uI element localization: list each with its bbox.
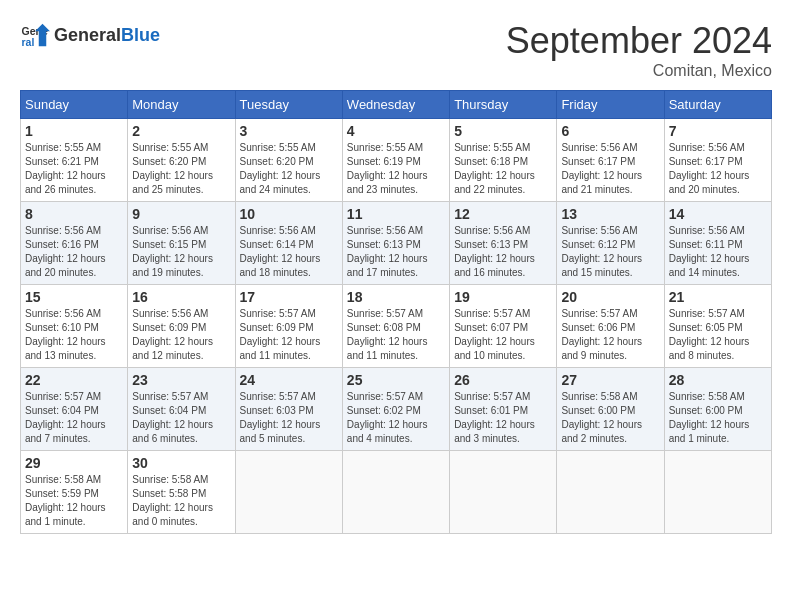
table-row: 26Sunrise: 5:57 AMSunset: 6:01 PMDayligh… — [450, 368, 557, 451]
header-saturday: Saturday — [664, 91, 771, 119]
day-info: Sunrise: 5:55 AMSunset: 6:19 PMDaylight:… — [347, 142, 428, 195]
table-row: 27Sunrise: 5:58 AMSunset: 6:00 PMDayligh… — [557, 368, 664, 451]
header-friday: Friday — [557, 91, 664, 119]
day-info: Sunrise: 5:57 AMSunset: 6:09 PMDaylight:… — [240, 308, 321, 361]
logo: Gene ral General Blue — [20, 20, 160, 50]
day-number: 30 — [132, 455, 230, 471]
day-info: Sunrise: 5:57 AMSunset: 6:03 PMDaylight:… — [240, 391, 321, 444]
day-info: Sunrise: 5:56 AMSunset: 6:14 PMDaylight:… — [240, 225, 321, 278]
page-header: Gene ral General Blue September 2024 Com… — [20, 20, 772, 80]
day-number: 22 — [25, 372, 123, 388]
day-number: 21 — [669, 289, 767, 305]
day-number: 16 — [132, 289, 230, 305]
header-sunday: Sunday — [21, 91, 128, 119]
day-info: Sunrise: 5:56 AMSunset: 6:09 PMDaylight:… — [132, 308, 213, 361]
day-number: 12 — [454, 206, 552, 222]
day-info: Sunrise: 5:55 AMSunset: 6:20 PMDaylight:… — [240, 142, 321, 195]
day-number: 19 — [454, 289, 552, 305]
table-row: 10Sunrise: 5:56 AMSunset: 6:14 PMDayligh… — [235, 202, 342, 285]
day-info: Sunrise: 5:57 AMSunset: 6:05 PMDaylight:… — [669, 308, 750, 361]
day-info: Sunrise: 5:57 AMSunset: 6:04 PMDaylight:… — [132, 391, 213, 444]
calendar-week-row: 15Sunrise: 5:56 AMSunset: 6:10 PMDayligh… — [21, 285, 772, 368]
calendar-week-row: 1Sunrise: 5:55 AMSunset: 6:21 PMDaylight… — [21, 119, 772, 202]
day-info: Sunrise: 5:56 AMSunset: 6:15 PMDaylight:… — [132, 225, 213, 278]
day-number: 8 — [25, 206, 123, 222]
day-info: Sunrise: 5:56 AMSunset: 6:12 PMDaylight:… — [561, 225, 642, 278]
table-row: 9Sunrise: 5:56 AMSunset: 6:15 PMDaylight… — [128, 202, 235, 285]
table-row: 28Sunrise: 5:58 AMSunset: 6:00 PMDayligh… — [664, 368, 771, 451]
calendar-week-row: 29Sunrise: 5:58 AMSunset: 5:59 PMDayligh… — [21, 451, 772, 534]
day-number: 18 — [347, 289, 445, 305]
day-info: Sunrise: 5:55 AMSunset: 6:20 PMDaylight:… — [132, 142, 213, 195]
logo-text: General Blue — [54, 25, 160, 46]
day-number: 24 — [240, 372, 338, 388]
table-row: 3Sunrise: 5:55 AMSunset: 6:20 PMDaylight… — [235, 119, 342, 202]
table-row: 29Sunrise: 5:58 AMSunset: 5:59 PMDayligh… — [21, 451, 128, 534]
table-row: 25Sunrise: 5:57 AMSunset: 6:02 PMDayligh… — [342, 368, 449, 451]
day-number: 28 — [669, 372, 767, 388]
day-number: 10 — [240, 206, 338, 222]
table-row: 22Sunrise: 5:57 AMSunset: 6:04 PMDayligh… — [21, 368, 128, 451]
table-row: 23Sunrise: 5:57 AMSunset: 6:04 PMDayligh… — [128, 368, 235, 451]
day-info: Sunrise: 5:57 AMSunset: 6:06 PMDaylight:… — [561, 308, 642, 361]
day-info: Sunrise: 5:58 AMSunset: 6:00 PMDaylight:… — [669, 391, 750, 444]
day-number: 13 — [561, 206, 659, 222]
day-number: 9 — [132, 206, 230, 222]
day-info: Sunrise: 5:57 AMSunset: 6:02 PMDaylight:… — [347, 391, 428, 444]
table-row: 1Sunrise: 5:55 AMSunset: 6:21 PMDaylight… — [21, 119, 128, 202]
header-wednesday: Wednesday — [342, 91, 449, 119]
table-row: 21Sunrise: 5:57 AMSunset: 6:05 PMDayligh… — [664, 285, 771, 368]
day-info: Sunrise: 5:57 AMSunset: 6:04 PMDaylight:… — [25, 391, 106, 444]
day-info: Sunrise: 5:57 AMSunset: 6:01 PMDaylight:… — [454, 391, 535, 444]
day-number: 2 — [132, 123, 230, 139]
svg-text:ral: ral — [22, 36, 35, 48]
location: Comitan, Mexico — [506, 62, 772, 80]
day-number: 20 — [561, 289, 659, 305]
day-number: 5 — [454, 123, 552, 139]
table-row: 16Sunrise: 5:56 AMSunset: 6:09 PMDayligh… — [128, 285, 235, 368]
table-row: 4Sunrise: 5:55 AMSunset: 6:19 PMDaylight… — [342, 119, 449, 202]
table-row — [557, 451, 664, 534]
table-row: 5Sunrise: 5:55 AMSunset: 6:18 PMDaylight… — [450, 119, 557, 202]
table-row — [235, 451, 342, 534]
day-number: 11 — [347, 206, 445, 222]
table-row — [450, 451, 557, 534]
header-monday: Monday — [128, 91, 235, 119]
day-number: 15 — [25, 289, 123, 305]
logo-general: General — [54, 25, 121, 46]
day-number: 4 — [347, 123, 445, 139]
table-row: 8Sunrise: 5:56 AMSunset: 6:16 PMDaylight… — [21, 202, 128, 285]
table-row: 13Sunrise: 5:56 AMSunset: 6:12 PMDayligh… — [557, 202, 664, 285]
table-row: 2Sunrise: 5:55 AMSunset: 6:20 PMDaylight… — [128, 119, 235, 202]
table-row: 12Sunrise: 5:56 AMSunset: 6:13 PMDayligh… — [450, 202, 557, 285]
day-number: 7 — [669, 123, 767, 139]
day-info: Sunrise: 5:57 AMSunset: 6:07 PMDaylight:… — [454, 308, 535, 361]
day-info: Sunrise: 5:56 AMSunset: 6:13 PMDaylight:… — [347, 225, 428, 278]
day-info: Sunrise: 5:56 AMSunset: 6:13 PMDaylight:… — [454, 225, 535, 278]
table-row: 15Sunrise: 5:56 AMSunset: 6:10 PMDayligh… — [21, 285, 128, 368]
day-info: Sunrise: 5:58 AMSunset: 5:58 PMDaylight:… — [132, 474, 213, 527]
day-number: 25 — [347, 372, 445, 388]
day-info: Sunrise: 5:58 AMSunset: 6:00 PMDaylight:… — [561, 391, 642, 444]
table-row: 6Sunrise: 5:56 AMSunset: 6:17 PMDaylight… — [557, 119, 664, 202]
day-number: 29 — [25, 455, 123, 471]
day-info: Sunrise: 5:56 AMSunset: 6:11 PMDaylight:… — [669, 225, 750, 278]
calendar-header-row: Sunday Monday Tuesday Wednesday Thursday… — [21, 91, 772, 119]
day-number: 26 — [454, 372, 552, 388]
day-info: Sunrise: 5:55 AMSunset: 6:21 PMDaylight:… — [25, 142, 106, 195]
day-info: Sunrise: 5:57 AMSunset: 6:08 PMDaylight:… — [347, 308, 428, 361]
day-number: 14 — [669, 206, 767, 222]
table-row: 30Sunrise: 5:58 AMSunset: 5:58 PMDayligh… — [128, 451, 235, 534]
calendar-week-row: 22Sunrise: 5:57 AMSunset: 6:04 PMDayligh… — [21, 368, 772, 451]
day-number: 27 — [561, 372, 659, 388]
table-row: 18Sunrise: 5:57 AMSunset: 6:08 PMDayligh… — [342, 285, 449, 368]
day-number: 6 — [561, 123, 659, 139]
table-row: 20Sunrise: 5:57 AMSunset: 6:06 PMDayligh… — [557, 285, 664, 368]
day-info: Sunrise: 5:58 AMSunset: 5:59 PMDaylight:… — [25, 474, 106, 527]
table-row: 17Sunrise: 5:57 AMSunset: 6:09 PMDayligh… — [235, 285, 342, 368]
table-row — [664, 451, 771, 534]
calendar-week-row: 8Sunrise: 5:56 AMSunset: 6:16 PMDaylight… — [21, 202, 772, 285]
calendar-table: Sunday Monday Tuesday Wednesday Thursday… — [20, 90, 772, 534]
table-row: 14Sunrise: 5:56 AMSunset: 6:11 PMDayligh… — [664, 202, 771, 285]
day-number: 3 — [240, 123, 338, 139]
